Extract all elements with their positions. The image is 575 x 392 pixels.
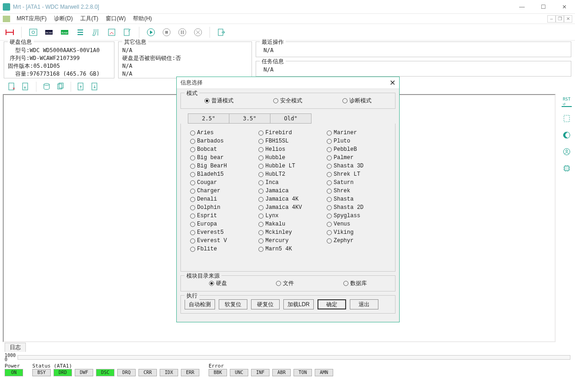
family-radio[interactable]: Jamaica 4K bbox=[258, 196, 317, 203]
mode-radio-0[interactable]: 普通模式 bbox=[204, 97, 234, 105]
tool-ram-icon[interactable]: RAM bbox=[59, 26, 71, 38]
menu-window[interactable]: 窗口(W) bbox=[103, 14, 128, 24]
family-radio[interactable]: Marn5 4K bbox=[258, 245, 317, 253]
family-radio[interactable]: Helios bbox=[258, 146, 317, 153]
rst-icon[interactable]: RST↺ bbox=[562, 97, 572, 107]
mdi-restore[interactable]: ❐ bbox=[556, 15, 564, 23]
family-radio[interactable]: Pluto bbox=[327, 137, 386, 145]
family-radio[interactable]: Shasta bbox=[327, 196, 386, 203]
family-radio[interactable]: Charger bbox=[190, 187, 249, 195]
tool-list-icon[interactable] bbox=[74, 26, 86, 38]
family-radio[interactable]: Palmer bbox=[327, 154, 386, 161]
family-radio[interactable]: Jamaica bbox=[258, 187, 317, 195]
minimize-button[interactable]: — bbox=[511, 0, 533, 14]
copy-icon[interactable] bbox=[55, 81, 66, 92]
family-radio[interactable]: HubLT2 bbox=[258, 171, 317, 178]
log-tab[interactable]: 日志 bbox=[5, 343, 26, 352]
mode-radio-2[interactable]: 诊断模式 bbox=[342, 97, 371, 105]
family-radio[interactable]: Shrek LT bbox=[327, 171, 386, 178]
tool-disk-icon[interactable] bbox=[27, 26, 39, 38]
tool-script-icon[interactable] bbox=[106, 26, 118, 38]
family-radio[interactable]: FBH15SL bbox=[258, 137, 317, 145]
family-radio[interactable]: Spyglass bbox=[327, 212, 386, 220]
family-radio[interactable]: Dolphin bbox=[190, 204, 249, 211]
status-cell-err: ERR bbox=[181, 369, 199, 376]
db-icon[interactable] bbox=[41, 81, 52, 92]
export-icon[interactable] bbox=[216, 26, 228, 38]
size-tab-2[interactable]: Old" bbox=[270, 113, 311, 124]
exec-button-3[interactable]: 加载LDR bbox=[283, 299, 314, 309]
family-radio[interactable]: Shrek bbox=[327, 187, 386, 195]
doc-down-icon[interactable] bbox=[90, 81, 101, 92]
scale-track[interactable] bbox=[18, 355, 570, 360]
family-radio[interactable]: Hubble LT bbox=[258, 162, 317, 170]
chip-icon[interactable] bbox=[562, 163, 572, 173]
moon-icon[interactable] bbox=[562, 130, 572, 140]
family-radio[interactable]: Big bear bbox=[190, 154, 249, 161]
doc-save-icon[interactable] bbox=[20, 81, 31, 92]
family-radio[interactable]: Everest V bbox=[190, 237, 249, 244]
family-radio[interactable]: Jamaica 4KV bbox=[258, 204, 317, 211]
family-radio[interactable]: Mariner bbox=[327, 129, 386, 137]
maximize-button[interactable]: ☐ bbox=[533, 0, 554, 14]
family-radio[interactable]: PebbleB bbox=[327, 146, 386, 153]
family-radio[interactable]: Venus bbox=[327, 220, 386, 228]
tool-rom-icon[interactable]: ROM bbox=[43, 26, 55, 38]
exec-button-5[interactable]: 退出 bbox=[350, 299, 378, 309]
exec-button-2[interactable]: 硬复位 bbox=[251, 299, 280, 309]
menu-help[interactable]: 帮助(H) bbox=[130, 14, 155, 24]
exec-button-4[interactable]: 确定 bbox=[317, 299, 346, 309]
doc-del-icon[interactable] bbox=[6, 81, 18, 92]
user-icon[interactable] bbox=[562, 147, 572, 157]
stop-icon[interactable] bbox=[161, 26, 173, 38]
menu-tools[interactable]: 工具(T) bbox=[78, 14, 101, 24]
family-radio[interactable]: Shasta 3D bbox=[327, 162, 386, 170]
source-radio-1[interactable]: 文件 bbox=[276, 279, 294, 287]
svg-rect-14 bbox=[9, 83, 14, 90]
family-radio[interactable]: Cougar bbox=[190, 179, 249, 186]
source-radio-0[interactable]: 硬盘 bbox=[209, 279, 227, 287]
family-radio[interactable]: Hubble bbox=[258, 154, 317, 161]
family-radio[interactable]: Denali bbox=[190, 196, 249, 203]
family-radio[interactable]: Europa bbox=[190, 220, 249, 228]
family-radio[interactable]: Bladeh15 bbox=[190, 171, 249, 178]
menu-mrt[interactable]: MRT应用(F) bbox=[14, 14, 49, 24]
tool-edit-icon[interactable] bbox=[121, 26, 133, 38]
bracket-icon[interactable] bbox=[562, 113, 572, 124]
family-radio[interactable]: Viking bbox=[327, 229, 386, 236]
pause-icon[interactable] bbox=[176, 26, 188, 38]
cancel-icon[interactable] bbox=[192, 26, 204, 38]
family-radio[interactable]: Barbados bbox=[190, 137, 249, 145]
mdi-close[interactable]: ✕ bbox=[564, 15, 572, 23]
family-radio[interactable]: Saturn bbox=[327, 179, 386, 186]
family-radio[interactable]: Esprit bbox=[190, 212, 249, 220]
menu-diag[interactable]: 诊断(D) bbox=[51, 14, 76, 24]
family-radio[interactable]: Fblite bbox=[190, 245, 249, 253]
dialog-close-icon[interactable]: ✕ bbox=[389, 78, 395, 87]
mdi-minimize[interactable]: – bbox=[547, 15, 556, 23]
size-tab-1[interactable]: 3.5" bbox=[229, 113, 270, 124]
source-radio-2[interactable]: 数据库 bbox=[343, 279, 367, 287]
family-radio[interactable]: Bobcat bbox=[190, 146, 249, 153]
family-radio[interactable]: Mckinley bbox=[258, 229, 317, 236]
close-button[interactable]: ✕ bbox=[554, 0, 575, 14]
family-radio[interactable]: Big BearH bbox=[190, 162, 249, 170]
other-info-panel: 其它信息 N/A 硬盘是否被密码锁住:否 N/A N/A bbox=[118, 42, 252, 78]
family-radio[interactable]: Mercury bbox=[258, 237, 317, 244]
family-radio[interactable]: Inca bbox=[258, 179, 317, 186]
play-icon[interactable] bbox=[145, 26, 157, 38]
doc-up-icon[interactable] bbox=[76, 81, 87, 92]
tool-bracket-icon[interactable] bbox=[4, 26, 16, 38]
family-radio[interactable]: Lynx bbox=[258, 212, 317, 220]
family-radio[interactable]: Firebird bbox=[258, 129, 317, 137]
family-radio[interactable]: Aries bbox=[190, 129, 249, 137]
family-radio[interactable]: Shasta 2D bbox=[327, 204, 386, 211]
exec-button-0[interactable]: 自动检测 bbox=[185, 299, 215, 309]
family-radio[interactable]: Makalu bbox=[258, 220, 317, 228]
tool-wrench-icon[interactable] bbox=[90, 26, 102, 38]
family-radio[interactable]: Everest5 bbox=[190, 229, 249, 236]
family-radio[interactable]: Zephyr bbox=[327, 237, 386, 244]
exec-button-1[interactable]: 软复位 bbox=[219, 299, 247, 309]
mode-radio-1[interactable]: 安全模式 bbox=[273, 97, 302, 105]
size-tab-0[interactable]: 2.5" bbox=[188, 113, 229, 124]
